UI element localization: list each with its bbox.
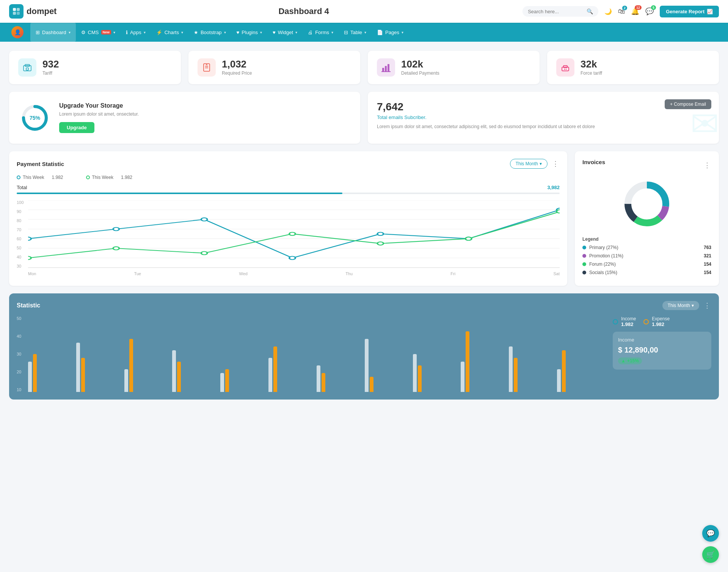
generate-report-button[interactable]: Generate Report 📈: [660, 6, 719, 17]
statistic-right-panel: Income 1.982 Expense 1.982 Income $: [613, 316, 711, 370]
bar-yellow-2: [81, 358, 85, 392]
search-icon: 🔍: [587, 8, 593, 14]
sidebar-item-widget[interactable]: ♥ Widget ▾: [267, 23, 303, 42]
table-arrow-icon: ▾: [364, 30, 366, 34]
this-month-label: This Month: [516, 161, 538, 166]
sidebar-item-cms[interactable]: ⚙ CMS New ▾: [76, 23, 121, 42]
legend-value-2: 1.982: [121, 175, 132, 180]
bar-group-3: [124, 339, 173, 392]
svg-rect-0: [13, 8, 16, 11]
nav-cms-label: CMS: [88, 30, 99, 35]
bar-yellow-11: [514, 358, 518, 392]
promotion-dot: [582, 254, 586, 258]
chat-icon[interactable]: 💬 5: [645, 7, 654, 16]
widget-icon: ♥: [273, 30, 276, 35]
x-axis-labels: Mon Tue Wed Thu Fri Sat: [28, 271, 560, 276]
generate-report-label: Generate Report: [666, 9, 704, 14]
svg-point-37: [201, 252, 207, 255]
shopping-icon[interactable]: 🛍 2: [618, 8, 625, 16]
sidebar-item-bootstrap[interactable]: ★ Bootstrap ▾: [188, 23, 231, 42]
svg-rect-10: [382, 68, 384, 71]
expense-info: Expense 1.982: [652, 316, 670, 327]
forms-icon: 🖨: [308, 30, 313, 35]
legend-primary-left: Primary (27%): [582, 245, 618, 250]
sidebar-item-forms[interactable]: 🖨 Forms ▾: [303, 23, 339, 42]
apps-icon: ℹ: [126, 30, 128, 35]
bell-icon[interactable]: 🔔 12: [631, 7, 639, 16]
promotion-label: Promotion (11%): [589, 253, 623, 259]
chart-total-row: Total 3,982: [17, 185, 560, 190]
sidebar-item-pages[interactable]: 📄 Pages ▾: [372, 23, 409, 42]
income-expense-row: Income 1.982 Expense 1.982: [613, 316, 711, 327]
legend-forum-left: Forum (22%): [582, 262, 616, 267]
legend-1-label: This Week: [23, 175, 44, 180]
forum-label: Forum (22%): [589, 262, 616, 267]
nav-dashboard-label: Dashboard: [42, 30, 66, 35]
legend-promotion-left: Promotion (11%): [582, 253, 623, 259]
bar-yellow-8: [370, 377, 373, 392]
legend-item-1: This Week: [17, 175, 44, 180]
bar-white-10: [461, 362, 464, 392]
svg-rect-12: [388, 64, 389, 71]
sidebar-item-table[interactable]: ⊟ Table ▾: [339, 23, 372, 42]
arrow-up-icon: ▲: [621, 358, 626, 364]
email-subtitle: Total emails Subcriber.: [377, 114, 710, 120]
income-info: Income 1.982: [621, 316, 636, 327]
legend-socials: Socials (15%) 154: [582, 270, 711, 275]
progress-bar: [17, 193, 560, 194]
plugins-icon: ♥: [237, 30, 240, 35]
storage-percent-text: 75%: [30, 115, 40, 121]
sidebar-item-plugins[interactable]: ♥ Plugins ▾: [231, 23, 267, 42]
legend-value-1: 1.982: [52, 175, 63, 180]
stat-required-price-info: 1,032 Required Price: [222, 59, 252, 76]
navbar: 👤 ⊞ Dashboard ▾ ⚙ CMS New ▾ ℹ Apps ▾ ⚡ C…: [0, 23, 728, 42]
dark-mode-icon[interactable]: 🌙: [604, 8, 612, 15]
bar-white-1: [28, 362, 32, 392]
nav-plugins-label: Plugins: [242, 30, 258, 35]
cms-new-badge: New: [101, 30, 111, 34]
charts-row: Payment Statistic This Month ▾ ⋮ This We…: [9, 151, 719, 286]
chart-controls: This Month ▾ ⋮: [510, 159, 560, 169]
svg-rect-3: [17, 12, 20, 15]
legend-1-value: 1.982: [52, 175, 63, 180]
bar-yellow-9: [418, 365, 422, 392]
detailed-payments-value: 102k: [401, 59, 439, 69]
detailed-payments-icon: [377, 58, 395, 77]
income-dot: [613, 319, 618, 324]
invoices-more-icon[interactable]: ⋮: [704, 161, 711, 169]
stat-force-tariff-info: 32k Force tariff: [581, 59, 602, 76]
legend-primary: Primary (27%) 763: [582, 245, 711, 250]
forum-dot: [582, 262, 586, 266]
logo-text: dompet: [27, 6, 56, 16]
sidebar-item-charts[interactable]: ⚡ Charts ▾: [151, 23, 188, 42]
email-bg-icon: ✉: [690, 104, 719, 144]
bar-white-2: [76, 343, 80, 392]
sidebar-item-dashboard[interactable]: ⊞ Dashboard ▾: [30, 23, 76, 42]
bar-group-8: [365, 339, 413, 392]
sidebar-item-apps[interactable]: ℹ Apps ▾: [121, 23, 151, 42]
more-options-icon[interactable]: ⋮: [552, 160, 560, 168]
total-label: Total: [17, 185, 27, 190]
nav-forms-label: Forms: [315, 30, 329, 35]
search-box[interactable]: 🔍: [522, 6, 598, 17]
this-month-button[interactable]: This Month ▾: [510, 159, 548, 169]
statistic-more-icon[interactable]: ⋮: [704, 301, 711, 310]
logo-icon: [9, 4, 24, 19]
line-chart-area: 100 90 80 70 60 50 40 30: [17, 200, 560, 276]
stat-detailed-payments-info: 102k Detailed Payments: [401, 59, 439, 76]
storage-title: Upgrade Your Storage: [59, 102, 139, 109]
chart-header: Payment Statistic This Month ▾ ⋮: [17, 159, 560, 169]
upgrade-button[interactable]: Upgrade: [59, 122, 94, 133]
search-input[interactable]: [528, 9, 584, 14]
stat-card-required-price: 1,032 Required Price: [188, 51, 360, 84]
bar-chart-container: 50 40 30 20 10: [17, 316, 605, 392]
storage-description: Lorem ipsum dolor sit amet, onsectetur.: [59, 111, 139, 117]
legend-2-label: This Week: [92, 175, 113, 180]
svg-point-35: [28, 256, 31, 259]
dashboard-arrow-icon: ▾: [69, 30, 71, 34]
header: dompet Dashboard 4 🔍 🌙 🛍 2 🔔 12 💬 5 Gene…: [0, 0, 728, 23]
apps-arrow-icon: ▾: [144, 30, 146, 34]
income-box: Income $ 12,890,00 ▲ +15%: [613, 332, 711, 370]
statistic-month-button[interactable]: This Month ▾: [662, 301, 699, 310]
bar-yellow-4: [177, 362, 181, 392]
